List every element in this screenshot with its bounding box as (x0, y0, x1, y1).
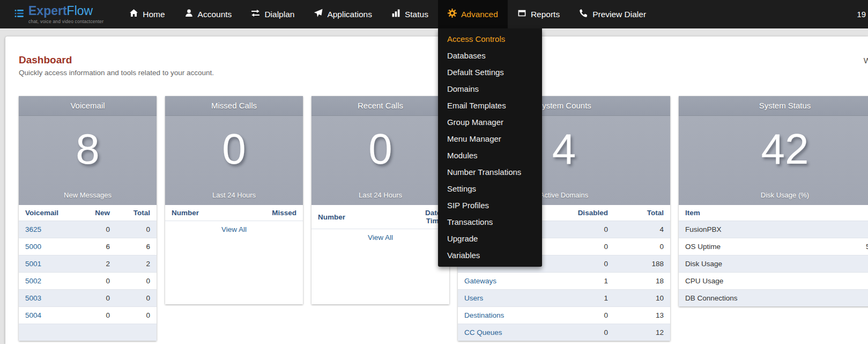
view-all-link[interactable]: View All (221, 225, 247, 233)
table-cell: FusionPBX (679, 221, 859, 238)
table-header-row: NumberDate/ Time (311, 205, 449, 229)
dropdown-item-databases[interactable]: Databases (438, 47, 542, 64)
column-header: Missed (243, 205, 303, 221)
table-cell: 0 (116, 290, 157, 307)
table-cell (859, 273, 868, 290)
nav-accounts[interactable]: Accounts (175, 0, 242, 28)
card-title: Voicemail (19, 96, 157, 116)
table-cell (116, 324, 157, 341)
table-link-users[interactable]: Users (464, 294, 483, 302)
table-link-3625[interactable]: 3625 (25, 225, 41, 233)
table-row: FusionPBX (679, 221, 868, 238)
table-link-destinations[interactable]: Destinations (464, 311, 504, 319)
table-cell: 1 (553, 290, 614, 307)
dropdown-item-number-translations[interactable]: Number Translations (438, 164, 542, 180)
brand-tagline: chat, voice and video contactcenter (28, 19, 103, 24)
nav-label: Status (405, 10, 428, 19)
phone-icon (579, 9, 588, 20)
table-cell: Disk Usage (679, 255, 859, 273)
dropdown-item-domains[interactable]: Domains (438, 80, 542, 97)
nav-applications[interactable]: Applications (304, 0, 382, 28)
nav-label: Applications (327, 10, 372, 19)
report-window-icon (517, 9, 526, 20)
dropdown-item-variables[interactable]: Variables (438, 247, 542, 264)
table-cell: 188 (614, 255, 670, 273)
column-header: Voicemail (19, 205, 78, 221)
table-cell (19, 324, 78, 341)
table-cell: 10 (614, 290, 670, 307)
table-link-5001[interactable]: 5001 (25, 260, 41, 268)
table-cell: 2 (78, 255, 116, 273)
view-all-row: View All (311, 229, 449, 246)
table-row: 500200 (19, 273, 157, 290)
nav-advanced[interactable]: Advanced Access ControlsDatabasesDefault… (438, 0, 508, 28)
table-link-5004[interactable]: 5004 (25, 311, 41, 319)
column-header: Total (614, 205, 670, 221)
paper-plane-icon (314, 9, 323, 20)
dropdown-item-modules[interactable]: Modules (438, 147, 542, 164)
table-cell: Gateways (458, 273, 553, 290)
card-title: Recent Calls (311, 96, 449, 116)
table-row: DB Connections (679, 290, 868, 307)
transfer-arrows-icon (251, 9, 260, 20)
dropdown-item-sip-profiles[interactable]: SIP Profiles (438, 197, 542, 214)
table-link-5003[interactable]: 5003 (25, 294, 41, 302)
table-cell: 0 (553, 255, 614, 273)
table-cell: 2 (116, 255, 157, 273)
table-link-cc-queues[interactable]: CC Queues (464, 328, 502, 336)
nav-dialplan[interactable]: Dialplan (241, 0, 304, 28)
card-system-status: System Status 42 Disk Usage (%) ItemFusi… (679, 96, 868, 306)
table-cell: 0 (116, 221, 157, 238)
dropdown-item-email-templates[interactable]: Email Templates (438, 97, 542, 114)
table-row: Gateways118 (458, 273, 670, 290)
metric-value: 0 (165, 116, 303, 171)
column-header: Number (165, 205, 243, 221)
dropdown-item-access-controls[interactable]: Access Controls (438, 31, 542, 47)
table-row: 362500 (19, 221, 157, 238)
table-cell: View All (311, 229, 449, 246)
table-cell: 0 (553, 324, 614, 341)
nav-status[interactable]: Status (382, 0, 438, 28)
metric-caption: Last 24 Hours (165, 191, 303, 199)
table-row: OS Uptime50 (679, 238, 868, 255)
table-row: 500400 (19, 307, 157, 324)
nav-home[interactable]: Home (120, 0, 174, 28)
table-header-row: NumberMissed (165, 205, 303, 221)
table-link-5000[interactable]: 5000 (25, 243, 41, 251)
dropdown-item-default-settings[interactable]: Default Settings (438, 64, 542, 80)
table-link-gateways[interactable]: Gateways (464, 277, 496, 285)
system-status-table: ItemFusionPBXOS Uptime50Disk UsageCPU Us… (679, 205, 868, 306)
table-row: CPU Usage (679, 273, 868, 290)
missed-calls-table: NumberMissedView All (165, 205, 303, 238)
card-voicemail: Voicemail 8 New Messages VoicemailNewTot… (19, 96, 157, 341)
metric-hero: 42 Disk Usage (%) (679, 116, 868, 205)
content-panel: Dashboard Quickly access information and… (5, 36, 868, 344)
table-cell: Destinations (458, 307, 553, 324)
nav-label: Home (143, 10, 165, 19)
table-cell (859, 290, 868, 307)
dropdown-item-settings[interactable]: Settings (438, 180, 542, 197)
table-row: 500066 (19, 238, 157, 255)
dropdown-item-upgrade[interactable]: Upgrade (438, 230, 542, 247)
nav-preview-dialer[interactable]: Preview Dialer (569, 0, 656, 28)
table-cell: 50 (859, 238, 868, 255)
navbar-right-fragment: 19 (857, 0, 866, 28)
bar-chart-icon (391, 9, 400, 20)
metric-caption: New Messages (19, 191, 157, 199)
dropdown-item-menu-manager[interactable]: Menu Manager (438, 130, 542, 147)
table-cell: Users (458, 290, 553, 307)
table-cell: 0 (78, 307, 116, 324)
top-navbar: ExpertFlow chat, voice and video contact… (0, 0, 868, 28)
table-cell: 0 (78, 273, 116, 290)
table-cell: 0 (553, 221, 614, 238)
dropdown-item-group-manager[interactable]: Group Manager (438, 114, 542, 130)
table-cell: 0 (553, 238, 614, 255)
brand-logo[interactable]: ExpertFlow chat, voice and video contact… (0, 0, 103, 28)
view-all-link[interactable]: View All (368, 233, 393, 241)
gear-icon (448, 9, 457, 20)
welcome-text-fragment: W (864, 56, 868, 65)
table-cell: DB Connections (679, 290, 859, 307)
dropdown-item-transactions[interactable]: Transactions (438, 214, 542, 230)
nav-reports[interactable]: Reports (508, 0, 569, 28)
table-link-5002[interactable]: 5002 (25, 277, 41, 285)
